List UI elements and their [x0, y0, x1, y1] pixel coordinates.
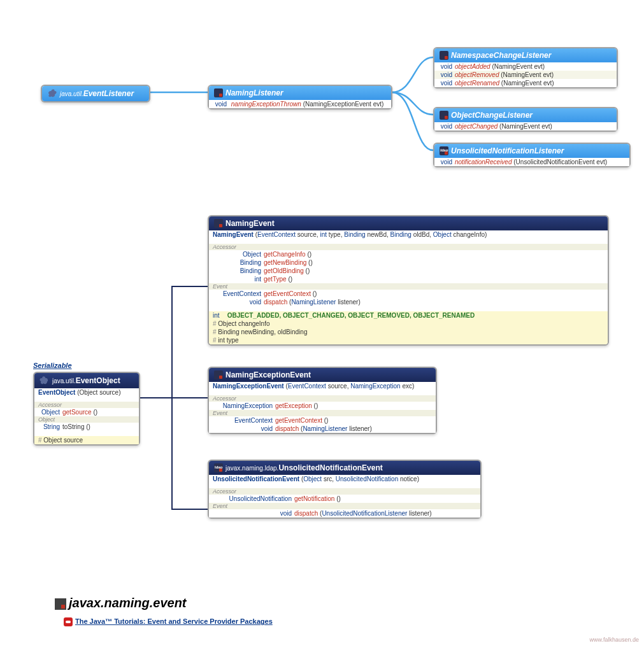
class-icon — [440, 51, 448, 60]
package-icon — [55, 598, 66, 610]
method-row: ObjectgetChangeInfo () — [209, 250, 608, 258]
eventlistener-box: java.util.EventListener — [41, 85, 150, 102]
field-row: # int type — [209, 336, 608, 344]
field-row: # Binding newBinding, oldBinding — [209, 328, 608, 336]
nscl-header: NamespaceChangeListener — [434, 48, 617, 62]
unsolicitednotificationlistener-box: UnsolicitedNotificationListener voidnoti… — [433, 143, 631, 167]
method-row: BindinggetNewBinding () — [209, 258, 608, 267]
section-label: Event — [209, 283, 608, 290]
field-row: # Object changeInfo — [209, 320, 608, 328]
method-row: ObjectgetSource () — [34, 408, 139, 416]
objectchangelistener-box: ObjectChangeListener voidobjectChanged (… — [433, 107, 618, 132]
section-label: Object — [34, 416, 139, 423]
field-row: # Object source — [34, 436, 139, 444]
oracle-icon — [64, 617, 73, 626]
namingexceptionevent-box: NamingExceptionEvent NamingExceptionEven… — [208, 367, 437, 434]
method-row: voidnotificationReceived (UnsolicitedNot… — [434, 158, 629, 166]
section-label: Event — [209, 410, 436, 416]
eventobject-header: java.util.EventObject — [34, 373, 139, 388]
unsolicitednotificationevent-box: javax.naming.ldap.UnsolicitedNotificatio… — [208, 460, 482, 519]
method-row: UnsolicitedNotificationgetNotification (… — [209, 495, 480, 503]
section-label: Accessor — [209, 244, 608, 250]
eventlistener-header: java.util.EventListener — [42, 86, 149, 101]
credit-label: www.falkhausen.de — [589, 637, 639, 643]
class-icon — [214, 88, 223, 97]
ctor-row: EventObject (Object source) — [34, 388, 139, 397]
method-row: voiddispatch (UnsolicitedNotificationLis… — [209, 509, 480, 518]
method-row: voidobjectChanged (NamingEvent evt) — [434, 122, 617, 130]
section-label: Accessor — [209, 395, 436, 402]
section-label: Accessor — [209, 488, 480, 495]
ocl-header: ObjectChangeListener — [434, 108, 617, 122]
package-title: javax.naming.event — [55, 596, 187, 610]
tutorials-link[interactable]: The Java™ Tutorials: Event and Service P… — [64, 617, 273, 626]
serializable-label: Serializable — [33, 362, 72, 369]
naminglistener-header: NamingListener — [209, 86, 391, 100]
unl-header: UnsolicitedNotificationListener — [434, 144, 629, 158]
section-label: Accessor — [34, 402, 139, 408]
method-row: voiddispatch (NamingListener listener) — [209, 425, 436, 433]
method-row: void namingExceptionThrown (NamingExcept… — [209, 100, 391, 108]
une-header: javax.naming.ldap.UnsolicitedNotificatio… — [209, 461, 480, 475]
naminglistener-box: NamingListener void namingExceptionThrow… — [208, 85, 392, 109]
ctor-row: NamingEvent (EventContext source, int ty… — [209, 230, 608, 239]
ldap-icon — [214, 463, 223, 472]
method-row: voidobjectAdded (NamingEvent evt) — [434, 62, 617, 71]
method-row: BindinggetOldBinding () — [209, 267, 608, 275]
ctor-row: UnsolicitedNotificationEvent (Object src… — [209, 475, 480, 483]
method-row: EventContextgetEventContext () — [209, 416, 436, 425]
class-icon — [214, 219, 223, 228]
gear-icon — [39, 376, 50, 386]
method-row: intgetType () — [209, 275, 608, 283]
method-row: NamingExceptiongetException () — [209, 402, 436, 410]
ldap-icon — [440, 146, 448, 155]
nee-header: NamingExceptionEvent — [209, 368, 436, 382]
method-row: voiddispatch (NamingListener listener) — [209, 298, 608, 306]
namespacechangelistener-box: NamespaceChangeListener voidobjectAdded … — [433, 47, 618, 88]
eventobject-box: java.util.EventObject EventObject (Objec… — [33, 372, 140, 446]
method-row: voidobjectRemoved (NamingEvent evt) — [434, 71, 617, 79]
method-row: voidobjectRenamed (NamingEvent evt) — [434, 79, 617, 87]
section-label: Event — [209, 503, 480, 509]
class-icon — [440, 111, 448, 120]
namingevent-header: NamingEvent — [209, 216, 608, 230]
gear-icon — [47, 88, 57, 99]
ctor-row: NamingExceptionEvent (EventContext sourc… — [209, 382, 436, 390]
const-row: int OBJECT_ADDED, OBJECT_CHANGED, OBJECT… — [209, 311, 608, 320]
method-row: EventContextgetEventContext () — [209, 290, 608, 298]
namingevent-box: NamingEvent NamingEvent (EventContext so… — [208, 215, 609, 346]
class-icon — [214, 370, 223, 379]
method-row: StringtoString () — [34, 423, 139, 431]
